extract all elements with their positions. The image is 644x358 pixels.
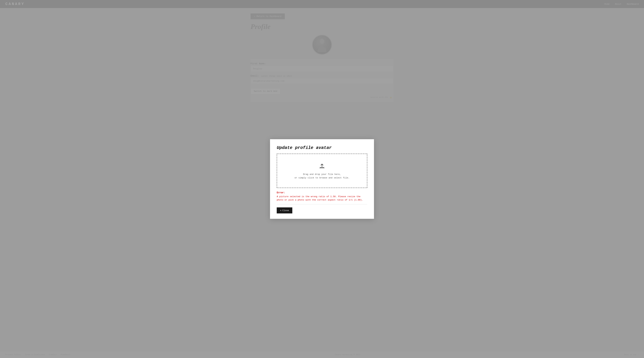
error-section: Error: A picture selected is the wrong r… (277, 191, 367, 201)
close-button-label: Close (282, 209, 289, 212)
error-message: A picture selected is the wrong ratio of… (277, 195, 367, 201)
update-avatar-modal: Update profile avatar Drag and drop your… (270, 139, 374, 219)
modal-divider (277, 204, 367, 204)
dropzone-text: Drag and drop your file here, or simply … (294, 173, 350, 180)
modal-overlay: Update profile avatar Drag and drop your… (0, 0, 644, 358)
upload-icon (319, 162, 325, 170)
modal-title: Update profile avatar (277, 145, 367, 150)
x-icon: ✕ (280, 209, 282, 212)
error-label: Error: (277, 191, 367, 194)
close-modal-button[interactable]: ✕ Close (277, 207, 292, 213)
file-drop-zone[interactable]: Drag and drop your file here, or simply … (277, 154, 367, 188)
